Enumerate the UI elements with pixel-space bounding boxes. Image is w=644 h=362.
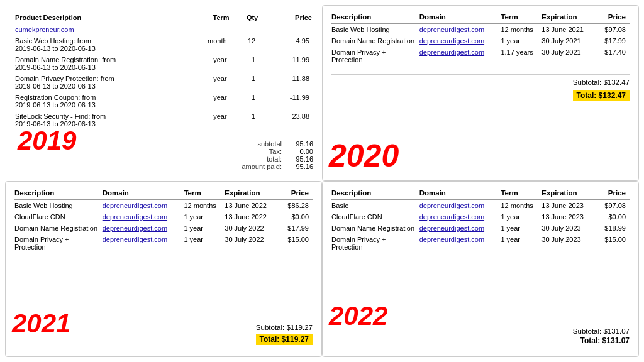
- panel-2021: Description Domain Term Expiration Price…: [5, 181, 322, 357]
- year-label-2020: 2020: [329, 138, 399, 174]
- link-domain-2021-3[interactable]: depreneurdigest.com: [103, 224, 167, 232]
- total-2021: Total: $119.27: [256, 334, 313, 345]
- year-label-2021: 2021: [12, 309, 70, 339]
- panel-2019: Product Description Term Qty Price cumek…: [5, 5, 322, 181]
- subtotal-2022: Subtotal: $131.07: [573, 327, 630, 335]
- link-domain-2020-1[interactable]: depreneurdigest.com: [419, 26, 484, 33]
- link-domain-2022-3[interactable]: depreneurdigest.com: [419, 224, 484, 232]
- subtotal-2020: Subtotal: $132.47: [331, 79, 630, 86]
- panel-2022: Description Domain Term Expiration Price…: [322, 181, 639, 357]
- year-label-2022: 2022: [329, 301, 387, 331]
- total-2022: Total: $131.07: [580, 336, 630, 345]
- link-domain-2020-2[interactable]: depreneurdigest.com: [419, 37, 484, 45]
- link-domain-2022-1[interactable]: depreneurdigest.com: [419, 202, 484, 209]
- link-domain-2021-1[interactable]: depreneurdigest.com: [103, 202, 167, 209]
- link-domain-2022-4[interactable]: depreneurdigest.com: [419, 236, 484, 243]
- link-domain-2021-2[interactable]: depreneurdigest.com: [103, 213, 167, 221]
- link-domain-2022-2[interactable]: depreneurdigest.com: [419, 213, 484, 221]
- link-domain-2021-4[interactable]: depreneurdigest.com: [103, 236, 167, 243]
- link-domain-2020-3[interactable]: depreneurdigest.com: [419, 48, 484, 56]
- subtotal-2021: Subtotal: $119.27: [256, 324, 313, 331]
- link-cumek[interactable]: cumekpreneur.com: [15, 26, 74, 33]
- panel-2020: Description Domain Term Expiration Price…: [322, 5, 639, 181]
- year-label-2019: 2019: [18, 126, 76, 156]
- total-2020: Total: $132.47: [573, 90, 630, 101]
